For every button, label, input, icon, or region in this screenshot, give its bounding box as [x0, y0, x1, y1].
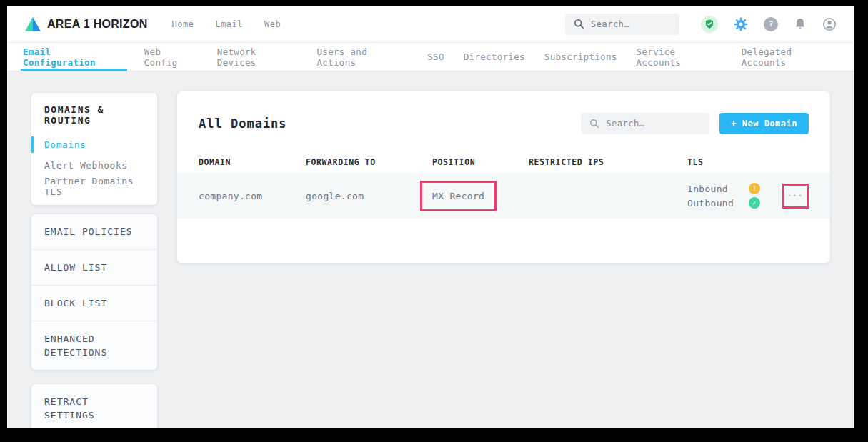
top-nav-home[interactable]: Home	[172, 19, 194, 29]
col-header-tls: TLS	[687, 157, 780, 167]
tls-outbound-check-icon: ✓	[749, 197, 760, 209]
topbar-right: ?	[565, 14, 837, 35]
app-window: AREA 1 HORIZON Home Email Web	[7, 6, 854, 428]
sidebar-item-allow-list[interactable]: ALLOW LIST	[31, 249, 157, 285]
page-title: All Domains	[199, 116, 287, 131]
sidebar-section-title: DOMAINS & ROUTING	[31, 104, 157, 126]
sidebar-item-email-policies[interactable]: EMAIL POLICIES	[31, 214, 157, 249]
tab-network-devices[interactable]: Network Devices	[217, 43, 298, 71]
global-search-input[interactable]	[591, 19, 669, 29]
new-domain-button[interactable]: + New Domain	[719, 113, 809, 134]
area1-logo[interactable]: AREA 1 HORIZON	[24, 16, 148, 32]
tab-email-configuration[interactable]: Email Configuration	[23, 43, 125, 71]
top-navbar: AREA 1 HORIZON Home Email Web	[7, 6, 854, 43]
tls-outbound-label: Outbound	[687, 198, 749, 209]
sidebar-item-alert-webhooks[interactable]: Alert Webhooks	[31, 155, 157, 176]
shield-check-icon[interactable]	[701, 16, 718, 33]
tab-web-config[interactable]: Web Config	[144, 43, 198, 71]
logo-text: AREA 1 HORIZON	[47, 18, 148, 31]
shield-glyph	[704, 19, 714, 29]
top-nav: Home Email Web	[172, 19, 281, 29]
col-header-restricted-ips: RESTRICTED IPS	[529, 157, 687, 167]
tls-inbound: Inbound !	[687, 183, 780, 194]
cell-forwarding-to: google.com	[306, 191, 432, 201]
all-domains-panel: All Domains + New Domain DOMAIN FORWARDI…	[177, 91, 830, 263]
col-header-position: POSITION	[432, 157, 529, 167]
sidebar-item-enhanced-detections[interactable]: ENHANCED DETECTIONS	[31, 321, 157, 370]
logo-triangle-icon	[24, 16, 41, 32]
table-row: company.com google.com MX Record Inbound…	[177, 173, 830, 219]
domains-search[interactable]	[581, 113, 709, 134]
account-avatar-icon[interactable]	[822, 17, 837, 31]
cell-domain: company.com	[199, 191, 306, 201]
tls-inbound-warning-icon: !	[749, 183, 760, 194]
tab-directories[interactable]: Directories	[464, 43, 525, 71]
position-value: MX Record	[432, 191, 484, 201]
annotation-box-row-actions: •••	[782, 184, 809, 209]
sidebar-retract-settings: RETRACT SETTINGS	[31, 384, 157, 428]
annotation-box-position: MX Record	[420, 181, 497, 211]
tab-subscriptions[interactable]: Subscriptions	[544, 43, 617, 71]
global-search[interactable]	[565, 14, 679, 35]
col-header-forwarding-to: FORWARDING TO	[306, 157, 432, 167]
sidebar-item-retract-settings[interactable]: RETRACT SETTINGS	[31, 384, 157, 428]
tab-users-and-actions[interactable]: Users and Actions	[317, 43, 409, 71]
sidebar-item-partner-domains-tls[interactable]: Partner Domains TLS	[31, 176, 157, 196]
cell-tls: Inbound ! Outbound ✓	[687, 183, 780, 209]
domains-search-input[interactable]	[606, 119, 684, 129]
tls-inbound-label: Inbound	[687, 184, 749, 194]
cell-position: MX Record	[432, 181, 529, 211]
sidebar-domains-routing: DOMAINS & ROUTING Domains Alert Webhooks…	[31, 93, 157, 205]
row-actions-ellipsis-icon[interactable]: •••	[787, 193, 803, 199]
top-nav-web[interactable]: Web	[264, 19, 281, 29]
search-icon	[574, 19, 584, 29]
tls-outbound: Outbound ✓	[687, 197, 780, 209]
col-header-domain: DOMAIN	[199, 157, 306, 167]
gear-icon[interactable]	[734, 17, 748, 31]
help-icon[interactable]: ?	[764, 17, 778, 31]
cell-actions: •••	[780, 184, 809, 209]
tab-delegated-accounts[interactable]: Delegated Accounts	[742, 43, 838, 71]
sidebar-item-domains[interactable]: Domains	[31, 134, 157, 155]
tab-service-accounts[interactable]: Service Accounts	[637, 43, 722, 71]
sidebar-policy-links: EMAIL POLICIES ALLOW LIST BLOCK LIST ENH…	[31, 214, 157, 370]
top-nav-email[interactable]: Email	[215, 19, 243, 29]
sidebar-item-block-list[interactable]: BLOCK LIST	[31, 285, 157, 321]
search-icon	[589, 119, 599, 129]
tab-sso[interactable]: SSO	[427, 43, 444, 71]
notifications-bell-icon[interactable]	[794, 17, 807, 31]
panel-header: All Domains + New Domain	[177, 113, 830, 134]
table-header-row: DOMAIN FORWARDING TO POSITION RESTRICTED…	[177, 151, 830, 173]
content-area: DOMAINS & ROUTING Domains Alert Webhooks…	[7, 71, 854, 428]
panel-header-actions: + New Domain	[581, 113, 809, 134]
config-tabs: Email Configuration Web Config Network D…	[7, 43, 854, 71]
